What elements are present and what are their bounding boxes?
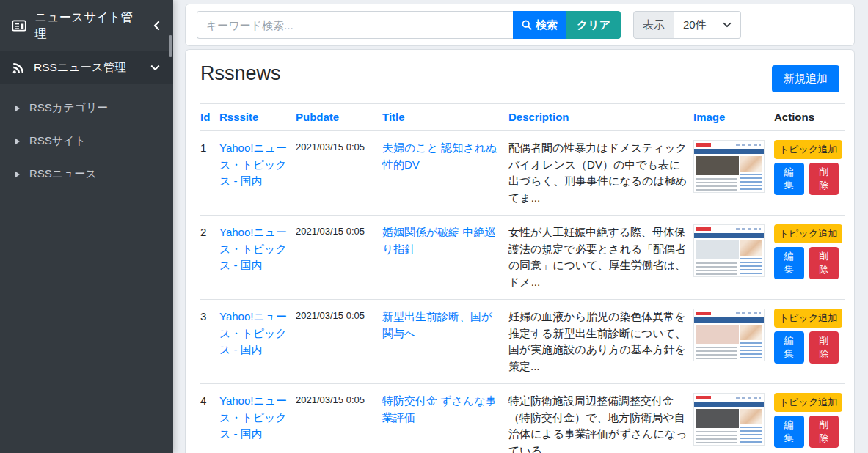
sidebar-item-rss-news[interactable]: RSSニュース [0,158,173,191]
table-header-row: Id Rsssite Pubdate Title Description Ima… [200,104,845,131]
delete-button[interactable]: 削除 [809,416,839,448]
thumb-logo [696,396,711,399]
news-title-link[interactable]: 特防交付金 ずさんな事業評価 [382,394,497,424]
row-pubdate: 2021/03/15 0:05 [296,216,382,300]
sidebar-item-rss-news-management[interactable]: RSSニュース管理 [0,51,173,84]
row-id: 1 [200,130,219,216]
add-topic-button[interactable]: トピック追加 [774,309,842,328]
sort-rsssite[interactable]: Rsssite [219,111,258,123]
newspaper-icon [12,19,26,32]
chevron-down-icon [150,65,160,71]
table-row: 2 Yahoo!ニュース・トピックス - 国内 2021/03/15 0:05 … [200,216,845,300]
thumb-side-image [740,325,762,340]
add-topic-button[interactable]: トピック追加 [774,140,842,159]
page-size-select[interactable]: 20件 [674,11,741,39]
sidebar-item-label: RSSニュース [29,167,97,181]
thumb-photo [696,325,739,344]
table-row: 4 Yahoo!ニュース・トピックス - 国内 2021/03/15 0:05 … [200,384,845,453]
search-input[interactable] [197,11,513,39]
thumb-photo [696,240,739,259]
thumb-textlines [696,178,737,191]
sidebar-submenu: RSSカテゴリー RSSサイト RSSニュース [0,84,173,191]
thumb-side-links [740,174,762,191]
rsssite-link[interactable]: Yahoo!ニュース・トピックス - 国内 [219,141,287,187]
search-icon [522,20,532,30]
row-id: 4 [200,384,219,453]
caret-right-icon [15,105,20,112]
row-id: 3 [200,300,219,384]
rsssite-link[interactable]: Yahoo!ニュース・トピックス - 国内 [219,394,287,440]
display-count-group: 表示 20件 [633,11,741,39]
thumb-navbar [694,317,764,323]
add-topic-button[interactable]: トピック追加 [774,224,842,243]
main-content: 検索 クリア 表示 20件 Rssnews 新規追加 [173,0,868,453]
page-size-value: 20件 [683,18,707,32]
add-new-button[interactable]: 新規追加 [772,65,839,92]
search-button[interactable]: 検索 [513,11,566,39]
chevron-down-icon [723,22,732,28]
clear-button[interactable]: クリア [566,11,621,39]
caret-right-icon [15,138,20,145]
thumb-toplinks [736,397,761,399]
thumb-logo [696,227,711,231]
sidebar: ニュースサイト管理 RSSニュース管理 RSSカテゴリー [0,0,173,453]
row-pubdate: 2021/03/15 0:05 [296,300,382,384]
sidebar-scrollbar-thumb[interactable] [169,35,172,57]
thumb-toplinks [736,312,761,314]
table-row: 1 Yahoo!ニュース・トピックス - 国内 2021/03/15 0:05 … [200,130,845,216]
sort-id[interactable]: Id [200,111,210,123]
search-toolbar: 検索 クリア 表示 20件 [185,4,855,46]
rsssite-link[interactable]: Yahoo!ニュース・トピックス - 国内 [219,310,287,356]
edit-button[interactable]: 編集 [774,331,804,364]
sort-title[interactable]: Title [382,111,405,123]
row-description: 特定防衛施設周辺整備調整交付金（特防交付金）で、地方防衛局や自治体による事業評価… [508,384,693,453]
sort-image[interactable]: Image [693,111,725,123]
sidebar-item-rss-category[interactable]: RSSカテゴリー [0,92,173,125]
rssnews-table: Id Rsssite Pubdate Title Description Ima… [200,103,845,453]
rss-icon [12,62,25,75]
thumb-toplinks [736,228,761,230]
thumb-side-image [740,240,762,256]
delete-button[interactable]: 削除 [809,331,839,364]
thumb-navbar [694,233,764,238]
display-label: 表示 [633,11,674,39]
row-pubdate: 2021/03/15 0:05 [296,130,382,216]
search-button-label: 検索 [536,18,558,32]
sidebar-item-rss-site[interactable]: RSSサイト [0,125,173,158]
thumb-side-image [740,156,762,172]
caret-right-icon [15,171,20,178]
edit-button[interactable]: 編集 [774,416,804,448]
sidebar-brand[interactable]: ニュースサイト管理 [0,0,173,51]
news-thumbnail [693,309,765,361]
row-pubdate: 2021/03/15 0:05 [296,384,382,453]
sidebar-active-label: RSSニュース管理 [34,60,126,76]
thumb-logo [696,312,711,315]
thumb-side-links [740,342,762,359]
delete-button[interactable]: 削除 [809,247,839,279]
add-topic-button[interactable]: トピック追加 [774,393,842,412]
news-thumbnail [693,224,765,277]
news-title-link[interactable]: 夫婦のこと 認知されぬ性的DV [382,141,497,171]
chevron-left-icon[interactable] [153,21,160,31]
row-id: 2 [200,216,219,300]
thumb-textlines [696,262,737,275]
rsssite-link[interactable]: Yahoo!ニュース・トピックス - 国内 [219,226,287,271]
thumb-logo [696,143,711,147]
sidebar-brand-label: ニュースサイト管理 [34,10,136,42]
edit-button[interactable]: 編集 [774,247,804,279]
thumb-side-links [740,427,762,443]
sidebar-item-label: RSSサイト [29,134,86,148]
thumb-side-links [740,258,762,275]
sort-description[interactable]: Description [508,111,569,123]
row-description: 女性が人工妊娠中絶する際、母体保護法の規定で必要とされる「配偶者の同意」について… [508,216,693,300]
news-thumbnail [693,393,765,446]
sort-pubdate[interactable]: Pubdate [296,111,339,123]
sidebar-item-label: RSSカテゴリー [29,101,108,115]
card-header: Rssnews 新規追加 [200,62,839,92]
news-title-link[interactable]: 新型出生前診断、国が関与へ [382,310,492,339]
edit-button[interactable]: 編集 [774,163,804,195]
delete-button[interactable]: 削除 [809,163,839,195]
table-row: 3 Yahoo!ニュース・トピックス - 国内 2021/03/15 0:05 … [200,300,845,384]
thumb-textlines [696,347,737,359]
news-title-link[interactable]: 婚姻関係が破綻 中絶巡り指針 [382,226,496,255]
